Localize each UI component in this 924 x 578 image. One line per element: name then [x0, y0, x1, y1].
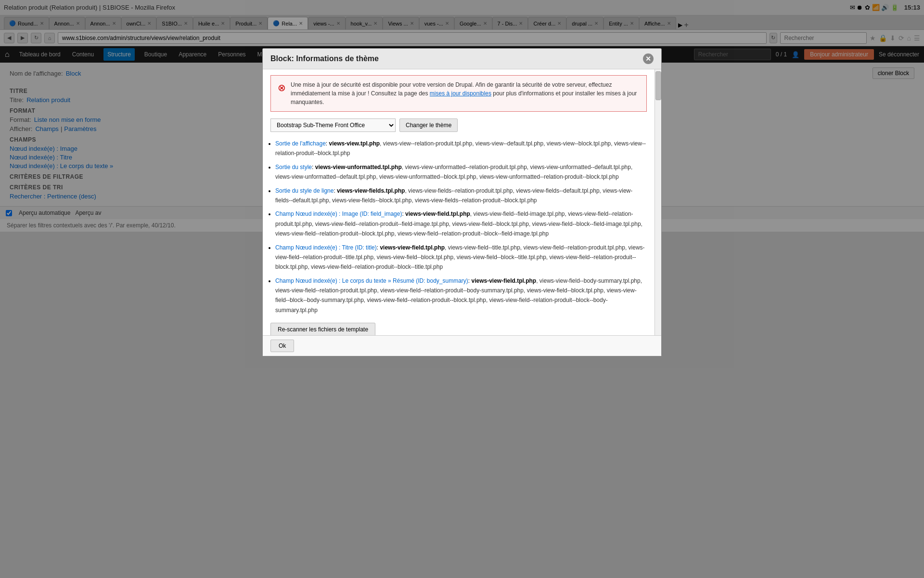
warning-link[interactable]: mises à jour disponibles [430, 90, 491, 97]
template-link-4[interactable]: Champ Nœud indexé(e) : Image (ID: field_… [275, 210, 402, 217]
template-bold-3: views-view-fields.tpl.php [337, 187, 405, 194]
template-item-3: Sortie du style de ligne: views-view-fie… [275, 186, 647, 206]
modal-inner: ⊗ Une mise à jour de sécurité est dispon… [263, 69, 661, 232]
template-item-1: Sortie de l'affichage: views-view.tpl.ph… [275, 139, 647, 158]
template-link-3[interactable]: Sortie du style de ligne [275, 187, 334, 194]
modal-close-button[interactable]: ✕ [643, 53, 654, 64]
template-bold-1: views-view.tpl.php [329, 140, 380, 147]
theme-selector-row: Bootstrap Sub-Theme Front Office Changer… [270, 118, 647, 132]
modal-header: Block: Informations de thème ✕ [263, 49, 661, 69]
security-warning-box: ⊗ Une mise à jour de sécurité est dispon… [270, 75, 647, 112]
template-list: Sortie de l'affichage: views-view.tpl.ph… [270, 139, 647, 232]
modal-scroll-thumb[interactable] [655, 71, 661, 100]
warning-icon: ⊗ [278, 80, 286, 106]
template-item-4: Champ Nœud indexé(e) : Image (ID: field_… [275, 209, 647, 232]
modal-body: ⊗ Une mise à jour de sécurité est dispon… [263, 69, 654, 232]
modal-scrollbar[interactable] [654, 69, 661, 232]
modal-overlay: Block: Informations de thème ✕ ⊗ Une mis… [0, 0, 924, 232]
change-theme-button[interactable]: Changer le thème [399, 118, 458, 132]
template-item-2: Sortie du style: views-view-unformatted.… [275, 162, 647, 182]
template-link-2[interactable]: Sortie du style [275, 164, 312, 171]
theme-info-modal: Block: Informations de thème ✕ ⊗ Une mis… [262, 48, 662, 232]
template-bold-2: views-view-unformatted.tpl.php [315, 164, 402, 171]
warning-text: Une mise à jour de sécurité est disponib… [291, 80, 640, 106]
modal-title: Block: Informations de thème [270, 54, 379, 63]
theme-select[interactable]: Bootstrap Sub-Theme Front Office [270, 118, 396, 132]
template-bold-4: views-view-field.tpl.php [405, 210, 470, 217]
template-link-1[interactable]: Sortie de l'affichage [275, 140, 326, 147]
